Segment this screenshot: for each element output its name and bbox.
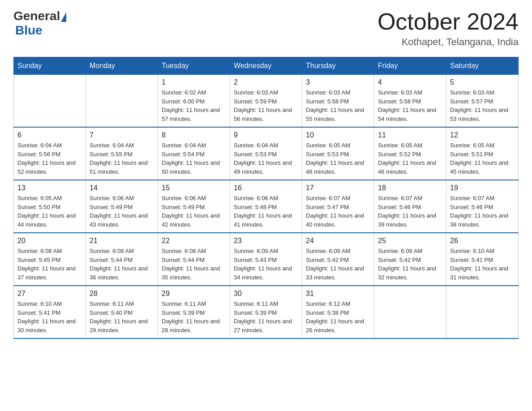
header-thursday: Thursday bbox=[302, 57, 374, 75]
day-info: Sunrise: 6:09 AMSunset: 5:43 PMDaylight:… bbox=[234, 247, 298, 282]
day-number: 4 bbox=[378, 78, 442, 86]
day-info: Sunrise: 6:05 AMSunset: 5:53 PMDaylight:… bbox=[306, 141, 370, 176]
calendar-cell: 26Sunrise: 6:10 AMSunset: 5:41 PMDayligh… bbox=[446, 233, 519, 286]
day-number: 12 bbox=[450, 131, 515, 139]
calendar-cell: 30Sunrise: 6:11 AMSunset: 5:39 PMDayligh… bbox=[230, 286, 302, 338]
day-info: Sunrise: 6:11 AMSunset: 5:40 PMDaylight:… bbox=[90, 300, 154, 334]
logo-blue-text: Blue bbox=[15, 23, 43, 37]
day-info: Sunrise: 6:10 AMSunset: 5:41 PMDaylight:… bbox=[450, 247, 515, 282]
day-info: Sunrise: 6:03 AMSunset: 5:58 PMDaylight:… bbox=[306, 88, 370, 123]
calendar-cell: 31Sunrise: 6:12 AMSunset: 5:38 PMDayligh… bbox=[302, 286, 374, 338]
day-number: 10 bbox=[306, 131, 370, 139]
day-info: Sunrise: 6:02 AMSunset: 6:00 PMDaylight:… bbox=[162, 88, 226, 123]
calendar-cell: 9Sunrise: 6:04 AMSunset: 5:53 PMDaylight… bbox=[230, 127, 302, 180]
day-number: 2 bbox=[234, 78, 298, 86]
calendar-cell: 2Sunrise: 6:03 AMSunset: 5:59 PMDaylight… bbox=[230, 75, 302, 128]
calendar-week-row: 20Sunrise: 6:08 AMSunset: 5:45 PMDayligh… bbox=[14, 233, 519, 286]
day-number: 6 bbox=[17, 131, 82, 139]
logo: General bbox=[13, 9, 67, 23]
day-number: 18 bbox=[378, 184, 442, 192]
day-info: Sunrise: 6:05 AMSunset: 5:52 PMDaylight:… bbox=[378, 141, 442, 176]
header-wednesday: Wednesday bbox=[230, 57, 302, 75]
logo-general-text: General bbox=[13, 9, 60, 23]
day-number: 20 bbox=[17, 237, 82, 245]
day-info: Sunrise: 6:09 AMSunset: 5:42 PMDaylight:… bbox=[306, 247, 370, 282]
calendar-week-row: 27Sunrise: 6:10 AMSunset: 5:41 PMDayligh… bbox=[14, 286, 519, 338]
day-number: 26 bbox=[450, 237, 515, 245]
day-info: Sunrise: 6:08 AMSunset: 5:44 PMDaylight:… bbox=[162, 247, 226, 282]
calendar-cell: 28Sunrise: 6:11 AMSunset: 5:40 PMDayligh… bbox=[86, 286, 158, 338]
day-number: 17 bbox=[306, 184, 370, 192]
day-number: 28 bbox=[90, 290, 154, 298]
header-sunday: Sunday bbox=[14, 57, 86, 75]
calendar-week-row: 1Sunrise: 6:02 AMSunset: 6:00 PMDaylight… bbox=[14, 75, 519, 128]
calendar-week-row: 6Sunrise: 6:04 AMSunset: 5:56 PMDaylight… bbox=[14, 127, 519, 180]
calendar-cell: 23Sunrise: 6:09 AMSunset: 5:43 PMDayligh… bbox=[230, 233, 302, 286]
calendar-cell: 22Sunrise: 6:08 AMSunset: 5:44 PMDayligh… bbox=[158, 233, 230, 286]
calendar-week-row: 13Sunrise: 6:05 AMSunset: 5:50 PMDayligh… bbox=[14, 180, 519, 233]
day-number: 7 bbox=[90, 131, 154, 139]
calendar-cell: 8Sunrise: 6:04 AMSunset: 5:54 PMDaylight… bbox=[158, 127, 230, 180]
day-info: Sunrise: 6:12 AMSunset: 5:38 PMDaylight:… bbox=[306, 300, 370, 334]
title-area: October 2024 Kothapet, Telangana, India bbox=[378, 9, 519, 48]
day-info: Sunrise: 6:09 AMSunset: 5:42 PMDaylight:… bbox=[378, 247, 442, 282]
day-info: Sunrise: 6:04 AMSunset: 5:53 PMDaylight:… bbox=[234, 141, 298, 176]
day-info: Sunrise: 6:07 AMSunset: 5:46 PMDaylight:… bbox=[450, 194, 515, 229]
calendar-header-row: SundayMondayTuesdayWednesdayThursdayFrid… bbox=[14, 57, 519, 75]
day-info: Sunrise: 6:05 AMSunset: 5:50 PMDaylight:… bbox=[17, 194, 82, 229]
day-number: 16 bbox=[234, 184, 298, 192]
day-number: 22 bbox=[162, 237, 226, 245]
day-info: Sunrise: 6:07 AMSunset: 5:47 PMDaylight:… bbox=[306, 194, 370, 229]
day-info: Sunrise: 6:06 AMSunset: 5:48 PMDaylight:… bbox=[234, 194, 298, 229]
day-info: Sunrise: 6:08 AMSunset: 5:44 PMDaylight:… bbox=[90, 247, 154, 282]
header-monday: Monday bbox=[86, 57, 158, 75]
day-number: 25 bbox=[378, 237, 442, 245]
day-number: 24 bbox=[306, 237, 370, 245]
day-info: Sunrise: 6:08 AMSunset: 5:45 PMDaylight:… bbox=[17, 247, 82, 282]
calendar-cell: 16Sunrise: 6:06 AMSunset: 5:48 PMDayligh… bbox=[230, 180, 302, 233]
day-info: Sunrise: 6:03 AMSunset: 5:59 PMDaylight:… bbox=[234, 88, 298, 123]
day-number: 29 bbox=[162, 290, 226, 298]
calendar-cell: 24Sunrise: 6:09 AMSunset: 5:42 PMDayligh… bbox=[302, 233, 374, 286]
day-info: Sunrise: 6:04 AMSunset: 5:55 PMDaylight:… bbox=[90, 141, 154, 176]
day-info: Sunrise: 6:07 AMSunset: 5:46 PMDaylight:… bbox=[378, 194, 442, 229]
day-info: Sunrise: 6:04 AMSunset: 5:56 PMDaylight:… bbox=[17, 141, 82, 176]
calendar-cell: 6Sunrise: 6:04 AMSunset: 5:56 PMDaylight… bbox=[14, 127, 86, 180]
day-info: Sunrise: 6:03 AMSunset: 5:57 PMDaylight:… bbox=[450, 88, 515, 123]
calendar-cell: 5Sunrise: 6:03 AMSunset: 5:57 PMDaylight… bbox=[446, 75, 519, 128]
logo-triangle-icon bbox=[61, 12, 66, 22]
calendar-cell: 19Sunrise: 6:07 AMSunset: 5:46 PMDayligh… bbox=[446, 180, 519, 233]
day-number: 31 bbox=[306, 290, 370, 298]
day-info: Sunrise: 6:11 AMSunset: 5:39 PMDaylight:… bbox=[162, 300, 226, 334]
day-number: 30 bbox=[234, 290, 298, 298]
day-number: 14 bbox=[90, 184, 154, 192]
day-number: 8 bbox=[162, 131, 226, 139]
page-subtitle: Kothapet, Telangana, India bbox=[378, 36, 519, 48]
calendar-cell: 4Sunrise: 6:03 AMSunset: 5:58 PMDaylight… bbox=[374, 75, 446, 128]
calendar-cell: 13Sunrise: 6:05 AMSunset: 5:50 PMDayligh… bbox=[14, 180, 86, 233]
header: General Blue October 2024 Kothapet, Tela… bbox=[13, 9, 519, 48]
calendar-cell: 15Sunrise: 6:06 AMSunset: 5:49 PMDayligh… bbox=[158, 180, 230, 233]
day-info: Sunrise: 6:03 AMSunset: 5:58 PMDaylight:… bbox=[378, 88, 442, 123]
calendar-cell: 29Sunrise: 6:11 AMSunset: 5:39 PMDayligh… bbox=[158, 286, 230, 338]
calendar-cell: 25Sunrise: 6:09 AMSunset: 5:42 PMDayligh… bbox=[374, 233, 446, 286]
day-number: 1 bbox=[162, 78, 226, 86]
calendar-cell: 20Sunrise: 6:08 AMSunset: 5:45 PMDayligh… bbox=[14, 233, 86, 286]
day-info: Sunrise: 6:06 AMSunset: 5:49 PMDaylight:… bbox=[162, 194, 226, 229]
calendar-cell: 21Sunrise: 6:08 AMSunset: 5:44 PMDayligh… bbox=[86, 233, 158, 286]
calendar-cell: 11Sunrise: 6:05 AMSunset: 5:52 PMDayligh… bbox=[374, 127, 446, 180]
header-saturday: Saturday bbox=[446, 57, 519, 75]
calendar-cell: 12Sunrise: 6:05 AMSunset: 5:51 PMDayligh… bbox=[446, 127, 519, 180]
calendar-cell bbox=[14, 75, 86, 128]
calendar-cell bbox=[86, 75, 158, 128]
day-info: Sunrise: 6:04 AMSunset: 5:54 PMDaylight:… bbox=[162, 141, 226, 176]
calendar-table: SundayMondayTuesdayWednesdayThursdayFrid… bbox=[13, 57, 519, 339]
day-number: 5 bbox=[450, 78, 515, 86]
calendar-cell: 17Sunrise: 6:07 AMSunset: 5:47 PMDayligh… bbox=[302, 180, 374, 233]
calendar-cell: 1Sunrise: 6:02 AMSunset: 6:00 PMDaylight… bbox=[158, 75, 230, 128]
day-number: 23 bbox=[234, 237, 298, 245]
page-title: October 2024 bbox=[378, 9, 519, 34]
day-number: 13 bbox=[17, 184, 82, 192]
header-friday: Friday bbox=[374, 57, 446, 75]
day-number: 9 bbox=[234, 131, 298, 139]
